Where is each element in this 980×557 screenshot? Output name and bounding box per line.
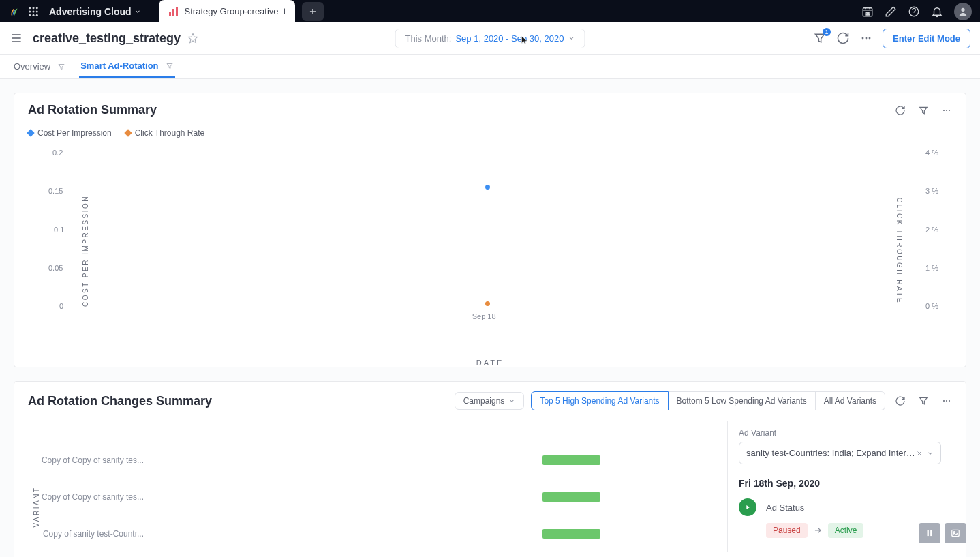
svg-rect-10 (172, 9, 174, 16)
calendar-icon[interactable]: 21 (861, 5, 874, 18)
gantt-bar[interactable] (542, 492, 600, 502)
svg-rect-26 (930, 530, 932, 536)
marker-orange (124, 129, 132, 136)
svg-point-20 (946, 109, 947, 110)
date-range-selector[interactable]: This Month: Sep 1, 2020 - Sep 30, 2020 (395, 29, 585, 48)
variant-name: Copy of Copy of sanity tes... (28, 455, 151, 465)
tab-overview-label: Overview (14, 61, 50, 72)
play-circle-icon (739, 498, 756, 516)
svg-point-17 (866, 37, 868, 40)
refresh-button[interactable] (836, 31, 850, 45)
enter-edit-mode-button[interactable]: Enter Edit Mode (883, 29, 970, 48)
svg-point-3 (29, 10, 31, 12)
pause-icon (925, 528, 934, 538)
tick-left: 0 (59, 302, 63, 310)
gantt-row: Copy of sanity test-Countr... (28, 515, 727, 552)
star-icon[interactable] (187, 33, 198, 44)
tick-right: 3 % (925, 187, 938, 195)
bell-icon[interactable] (931, 5, 943, 18)
svg-point-5 (36, 10, 38, 12)
pencil-icon[interactable] (885, 5, 897, 18)
close-icon[interactable] (916, 450, 923, 457)
svg-point-7 (33, 14, 35, 16)
more-icon[interactable] (941, 395, 952, 406)
tick-left: 0.2 (52, 149, 63, 157)
funnel-icon[interactable] (166, 62, 174, 70)
svg-rect-9 (169, 12, 171, 16)
refresh-icon[interactable] (895, 395, 906, 406)
chevron-down-icon[interactable] (134, 8, 141, 15)
gantt-row: Copy of Copy of sanity tes... (28, 479, 727, 515)
svg-point-2 (36, 7, 38, 9)
card-title: Ad Rotation Changes Summary (28, 394, 212, 408)
tab-overview[interactable]: Overview (12, 56, 67, 77)
tick-right: 1 % (925, 264, 938, 272)
page-title: creative_testing_strategy (33, 31, 181, 46)
status-row: Ad Status (739, 498, 941, 516)
filter-button[interactable]: 1 (813, 31, 827, 45)
card-ad-rotation-summary: Ad Rotation Summary Cost Per Impression … (14, 93, 966, 367)
svg-point-18 (869, 37, 871, 40)
tab-smart-label: Smart Ad-Rotation (80, 61, 158, 71)
apps-grid-icon[interactable] (27, 5, 40, 18)
card-title: Ad Rotation Summary (28, 103, 157, 117)
gantt-bar[interactable] (542, 455, 600, 465)
chip-paused: Paused (766, 523, 808, 538)
person-icon (958, 6, 968, 17)
ad-variant-label: Ad Variant (739, 428, 941, 438)
campaigns-dropdown[interactable]: Campaigns (455, 392, 525, 410)
svg-point-15 (961, 7, 964, 11)
refresh-icon[interactable] (895, 105, 906, 116)
legend-cpi-label: Cost Per Impression (37, 128, 112, 138)
add-tab-button[interactable] (302, 2, 324, 21)
y-axis-left-label: COST PER IMPRESSION (82, 195, 89, 307)
user-avatar[interactable] (954, 3, 972, 20)
tab-strategy-group[interactable]: Strategy Group-creative_t (159, 0, 296, 22)
svg-text:21: 21 (866, 11, 870, 15)
subtabs: Overview Smart Ad-Rotation (0, 55, 980, 79)
marker-blue (27, 129, 34, 136)
more-icon[interactable] (941, 105, 952, 116)
legend-ctr-label: Click Through Rate (135, 128, 205, 138)
y-axis-right-label: CLICK THROUGH RATE (895, 198, 902, 304)
arrow-right-icon (813, 526, 823, 535)
data-point-cpi (485, 185, 490, 190)
svg-point-8 (36, 14, 38, 16)
chevron-down-icon (927, 450, 934, 457)
tab-label: Strategy Group-creative_t (185, 6, 286, 16)
gantt-bar[interactable] (542, 529, 600, 539)
funnel-icon[interactable] (57, 63, 65, 71)
funnel-icon[interactable] (918, 395, 929, 406)
ad-status-label: Ad Status (766, 502, 804, 513)
svg-point-23 (946, 400, 947, 402)
seg-all[interactable]: All Ad Variants (816, 391, 885, 410)
tick-right: 2 % (925, 226, 938, 234)
more-button[interactable] (859, 31, 873, 45)
svg-point-6 (29, 14, 31, 16)
plus-icon (308, 7, 318, 16)
tick-right: 4 % (925, 149, 938, 157)
x-tick: Sep 18 (472, 312, 496, 320)
tick-left: 0.05 (48, 264, 63, 272)
legend-item-cpi[interactable]: Cost Per Impression (28, 128, 112, 138)
seg-bottom-5[interactable]: Bottom 5 Low Spending Ad Variants (669, 391, 816, 410)
svg-point-24 (949, 400, 950, 402)
svg-point-4 (33, 10, 35, 12)
product-name[interactable]: Advertising Cloud (49, 6, 132, 17)
pause-button[interactable] (919, 523, 940, 543)
help-icon[interactable] (908, 5, 920, 18)
tab-smart-ad-rotation[interactable]: Smart Ad-Rotation (79, 55, 174, 78)
date-range-value: Sep 1, 2020 - Sep 30, 2020 (455, 33, 564, 44)
x-axis-label: DATE (476, 359, 504, 367)
image-button[interactable] (945, 523, 966, 543)
funnel-icon[interactable] (918, 105, 929, 116)
variant-name: Copy of Copy of sanity tes... (28, 492, 151, 502)
seg-top-5[interactable]: Top 5 High Spending Ad Variants (531, 391, 668, 410)
legend-item-ctr[interactable]: Click Through Rate (125, 128, 205, 138)
chart-icon (168, 6, 179, 17)
chip-active: Active (828, 523, 864, 538)
hamburger-icon[interactable] (10, 31, 23, 45)
brand-logo (8, 5, 20, 18)
svg-point-1 (33, 7, 35, 9)
ad-variant-select[interactable]: sanity test-Countries: India; Expand Int… (739, 442, 941, 464)
